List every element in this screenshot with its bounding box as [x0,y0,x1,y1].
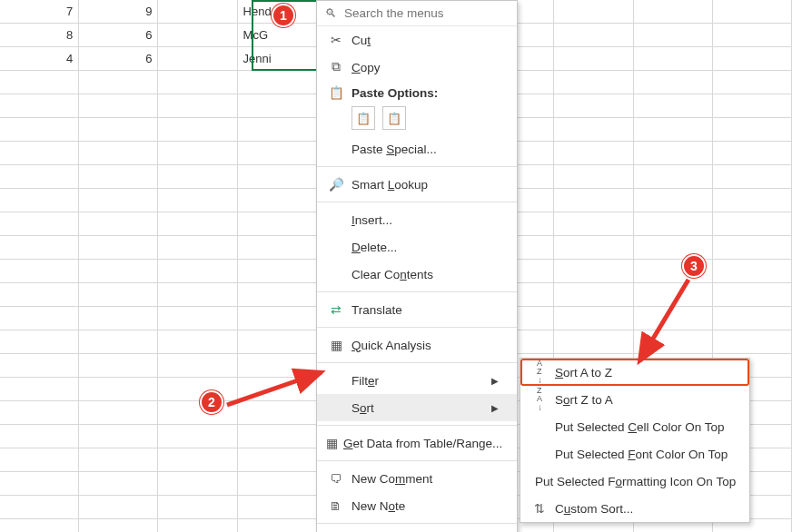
annotation-badge-1: 1 [272,4,295,27]
menu-quick-analysis[interactable]: ▦ Quick Analysis [317,331,517,359]
annotation-badge-2: 2 [200,390,223,414]
paste-option-values[interactable]: 📋 [382,106,406,130]
menu-filter[interactable]: Filter ▶ [317,367,517,394]
annotation-badge-3: 3 [682,254,706,278]
lookup-icon: 🔎 [326,177,346,192]
custom-sort-icon: ⇅ [530,501,549,516]
submenu-sort-z-to-a[interactable]: ZA Sort Z to A [520,386,749,413]
menu-new-note[interactable]: 🗎 New Note [317,492,517,519]
cell-b3[interactable]: 6 [79,47,158,71]
menu-copy[interactable]: ⧉ Copy [317,54,517,81]
cell-a3[interactable]: 4 [0,47,79,71]
submenu-font-color-top[interactable]: Put Selected Font Color On Top [520,440,749,468]
comment-icon: 🗨 [326,472,346,486]
translate-icon: ⇄ [326,302,346,317]
submenu-arrow-icon: ▶ [491,403,499,413]
sort-za-icon: ZA [530,387,549,412]
menu-paste-options-label: 📋 Paste Options: [317,81,517,104]
cell-a1[interactable]: 7 [0,0,79,24]
menu-new-comment[interactable]: 🗨 New Comment [317,465,517,492]
cell-c1[interactable] [158,0,237,24]
cell-b2[interactable]: 6 [79,24,158,47]
menu-delete[interactable]: Delete... [317,233,517,261]
submenu-custom-sort[interactable]: ⇅ Custom Sort... [520,495,749,522]
submenu-formatting-icon-top[interactable]: Put Selected Formatting Icon On Top [520,468,749,495]
menu-insert[interactable]: Insert... [317,206,517,233]
table-icon: ▦ [326,436,338,450]
copy-icon: ⧉ [326,60,346,74]
cell-b1[interactable]: 9 [79,0,158,24]
submenu-cell-color-top[interactable]: Put Selected Cell Color On Top [520,413,749,440]
menu-sort[interactable]: Sort ▶ [317,394,517,421]
paste-option-default[interactable]: 📋 [351,106,375,130]
menu-format-cells[interactable]: ▤ Format Cells... [317,527,517,532]
submenu-arrow-icon: ▶ [491,376,499,386]
quick-analysis-icon: ▦ [326,338,346,352]
context-menu: 🔍︎ ✂ Cut ⧉ Copy 📋 Paste Options: 📋 📋 Pas… [316,0,518,532]
menu-clear-contents[interactable]: Clear Contents [317,261,517,288]
cell-a2[interactable]: 8 [0,24,79,47]
note-icon: 🗎 [326,499,346,513]
menu-get-data[interactable]: ▦ Get Data from Table/Range... [317,429,517,457]
cut-icon: ✂ [326,33,346,47]
submenu-sort-a-to-z[interactable]: AZ Sort A to Z [520,359,749,386]
menu-paste-special[interactable]: Paste Special... [317,135,517,163]
sort-submenu: AZ Sort A to Z ZA Sort Z to A Put Select… [520,358,750,523]
menu-translate[interactable]: ⇄ Translate [317,296,517,323]
menu-search-input[interactable] [317,1,517,26]
clipboard-icon: 📋 [326,85,346,100]
menu-cut[interactable]: ✂ Cut [317,26,517,54]
menu-smart-lookup[interactable]: 🔎 Smart Lookup [317,171,517,198]
search-icon: 🔍︎ [325,6,337,20]
sort-az-icon: AZ [530,360,549,385]
